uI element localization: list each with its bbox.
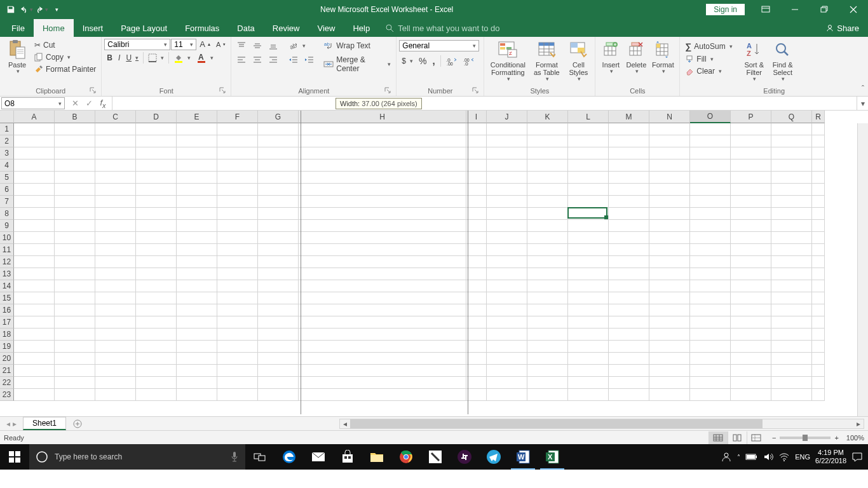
- cell[interactable]: [731, 208, 771, 220]
- cell[interactable]: [690, 184, 731, 196]
- row-header-1[interactable]: 1: [0, 123, 14, 135]
- row-header-12[interactable]: 12: [0, 256, 14, 268]
- cell[interactable]: [690, 268, 731, 280]
- cell[interactable]: [690, 172, 731, 184]
- currency-button[interactable]: $: [399, 55, 416, 67]
- cell[interactable]: [95, 389, 136, 401]
- insert-cells-button[interactable]: Insert: [598, 38, 623, 76]
- cell[interactable]: [568, 244, 609, 256]
- zoom-in-icon[interactable]: +: [834, 434, 838, 442]
- cell[interactable]: [95, 172, 136, 184]
- cell[interactable]: [136, 220, 177, 232]
- zoom-slider[interactable]: [780, 437, 831, 439]
- cell[interactable]: [136, 389, 177, 401]
- redo-button[interactable]: [34, 3, 48, 17]
- cell[interactable]: [466, 292, 487, 304]
- cell[interactable]: [527, 292, 568, 304]
- cell[interactable]: [177, 292, 217, 304]
- cell[interactable]: [649, 123, 690, 135]
- tell-me-search[interactable]: Tell me what you want to do: [385, 19, 499, 37]
- taskbar-clock[interactable]: 4:19 PM 6/22/2018: [815, 449, 846, 465]
- cell[interactable]: [568, 329, 609, 341]
- cell[interactable]: [771, 147, 812, 159]
- select-all-corner[interactable]: [0, 111, 14, 123]
- scroll-left-icon[interactable]: ◂: [340, 419, 350, 428]
- cell[interactable]: [812, 147, 825, 159]
- cell[interactable]: [177, 329, 217, 341]
- cell[interactable]: [14, 353, 55, 365]
- cell[interactable]: [649, 184, 690, 196]
- cell[interactable]: [299, 377, 466, 389]
- cell[interactable]: [487, 208, 527, 220]
- cell[interactable]: [568, 232, 609, 244]
- cell[interactable]: [177, 135, 217, 147]
- tray-overflow-icon[interactable]: ˄: [737, 454, 740, 461]
- cell[interactable]: [55, 135, 95, 147]
- cell[interactable]: [299, 280, 466, 292]
- cell[interactable]: [731, 329, 771, 341]
- cell[interactable]: [14, 365, 55, 377]
- cell[interactable]: [258, 365, 299, 377]
- cell[interactable]: [95, 292, 136, 304]
- cell[interactable]: [14, 280, 55, 292]
- cell[interactable]: [95, 123, 136, 135]
- cell[interactable]: [95, 304, 136, 316]
- cell[interactable]: [14, 329, 55, 341]
- cell[interactable]: [95, 147, 136, 159]
- cell[interactable]: [812, 329, 825, 341]
- cell[interactable]: [14, 232, 55, 244]
- cell[interactable]: [177, 232, 217, 244]
- cell[interactable]: [14, 147, 55, 159]
- cell[interactable]: [527, 304, 568, 316]
- cell[interactable]: [731, 244, 771, 256]
- cell[interactable]: [95, 268, 136, 280]
- start-button[interactable]: [0, 444, 29, 470]
- cell[interactable]: [487, 159, 527, 172]
- cell[interactable]: [771, 123, 812, 135]
- cell[interactable]: [649, 244, 690, 256]
- cell[interactable]: [649, 316, 690, 329]
- cell[interactable]: [258, 304, 299, 316]
- bold-button[interactable]: B: [104, 52, 115, 64]
- column-header-M[interactable]: M: [609, 111, 649, 123]
- cell[interactable]: [258, 256, 299, 268]
- row-header-7[interactable]: 7: [0, 196, 14, 208]
- cell[interactable]: [690, 123, 731, 135]
- formula-input[interactable]: [112, 97, 857, 110]
- cell[interactable]: [568, 172, 609, 184]
- cell[interactable]: [177, 196, 217, 208]
- cell[interactable]: [568, 159, 609, 172]
- cell[interactable]: [690, 220, 731, 232]
- cell[interactable]: [466, 232, 487, 244]
- cell[interactable]: [466, 377, 487, 389]
- cell[interactable]: [466, 389, 487, 401]
- zoom-value[interactable]: 100%: [846, 434, 864, 442]
- cell[interactable]: [466, 304, 487, 316]
- column-header-O[interactable]: O: [690, 111, 731, 123]
- column-header-B[interactable]: B: [55, 111, 95, 123]
- cell[interactable]: [690, 389, 731, 401]
- cell[interactable]: [136, 268, 177, 280]
- cell[interactable]: [258, 220, 299, 232]
- maximize-button[interactable]: [810, 0, 839, 19]
- cell[interactable]: [487, 232, 527, 244]
- cell[interactable]: [527, 184, 568, 196]
- cell[interactable]: [568, 341, 609, 353]
- cell[interactable]: [731, 389, 771, 401]
- wifi-icon[interactable]: [778, 452, 790, 461]
- taskbar-app-explorer[interactable]: [362, 444, 391, 470]
- cell[interactable]: [14, 172, 55, 184]
- cell[interactable]: [649, 159, 690, 172]
- cell[interactable]: [771, 220, 812, 232]
- cell[interactable]: [690, 208, 731, 220]
- cell[interactable]: [487, 268, 527, 280]
- cell[interactable]: [299, 329, 466, 341]
- cell[interactable]: [55, 172, 95, 184]
- column-header-A[interactable]: A: [14, 111, 55, 123]
- tab-file[interactable]: File: [3, 19, 34, 37]
- cell[interactable]: [649, 135, 690, 147]
- cell[interactable]: [649, 377, 690, 389]
- cell[interactable]: [568, 316, 609, 329]
- cell[interactable]: [609, 353, 649, 365]
- cell[interactable]: [731, 353, 771, 365]
